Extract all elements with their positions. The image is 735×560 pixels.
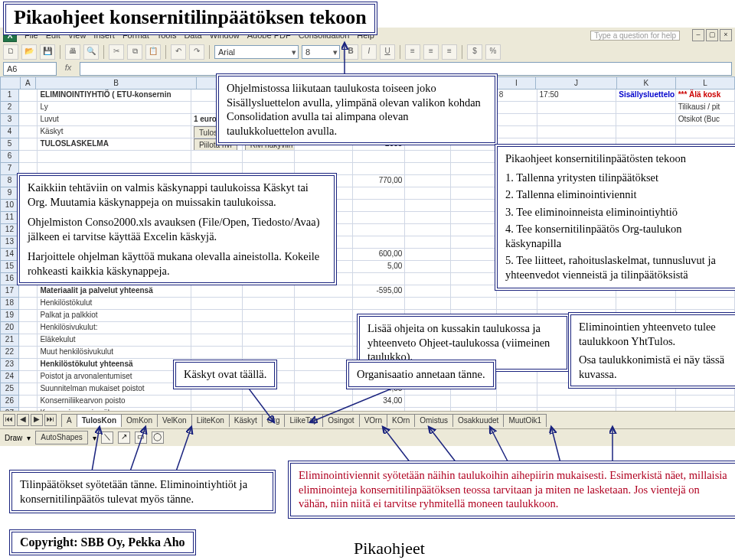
cell[interactable]: Henkilöstökulut [38,298,191,310]
cell[interactable] [19,347,38,359]
cell[interactable] [19,322,38,334]
fx-icon[interactable]: fx [61,63,75,75]
sheet-tab-a[interactable]: A [61,414,77,427]
cell[interactable] [295,285,353,298]
cell[interactable] [191,151,243,163]
col-header-L[interactable]: L [676,77,735,90]
cell[interactable]: Palkat ja palkkiot [38,310,191,322]
cell[interactable] [353,236,406,249]
cell[interactable] [19,114,38,126]
font-size-combo[interactable]: 8 [302,45,340,59]
cell[interactable]: -595,00 [353,285,406,298]
sheet-tab-omkon[interactable]: OmKon [121,414,158,427]
toolbar-copy-icon[interactable]: ⧉ [127,44,142,60]
toolbar-preview-icon[interactable]: 🔍 [83,44,99,60]
row-header[interactable]: 2 [0,102,19,114]
cell[interactable] [353,163,406,175]
tab-nav-prev-icon[interactable]: ◀ [17,414,29,426]
cell[interactable] [295,310,353,322]
cell[interactable] [191,347,243,359]
cell[interactable] [497,102,537,114]
cell[interactable]: Muut henkilösivukulut [38,347,191,359]
cell[interactable] [19,383,38,396]
cell[interactable] [353,151,406,163]
cell[interactable] [38,151,191,163]
draw-rect-icon[interactable]: ▭ [135,431,147,444]
toolbar-cut-icon[interactable]: ✂ [109,44,124,60]
cell[interactable] [295,334,353,347]
cell[interactable] [19,126,38,138]
cell[interactable] [405,236,451,249]
cell[interactable] [405,298,451,310]
sheet-tab-muutoik1[interactable]: MuutOik1 [503,414,547,427]
sheet-tab-vorn[interactable]: VOrn [359,414,387,427]
sheet-tab-korn[interactable]: KOrn [387,414,415,427]
cell[interactable] [353,273,406,285]
cell[interactable] [497,396,537,408]
cell[interactable] [497,371,537,383]
row-header[interactable]: 4 [0,126,19,138]
cell[interactable] [537,298,617,310]
draw-arrow-icon[interactable]: ↗ [118,431,130,444]
cell[interactable] [19,90,38,102]
toolbar-currency-icon[interactable]: $ [467,44,482,60]
sheet-tab-käskyt[interactable]: Käskyt [229,414,263,427]
cell[interactable] [191,334,243,347]
cell[interactable] [191,298,243,310]
cell[interactable]: Tilikausi / pit [676,102,735,114]
col-header-J[interactable]: J [536,77,617,90]
toolbar-print-icon[interactable]: 🖶 [65,44,80,60]
cell[interactable] [19,334,38,347]
cell[interactable] [19,298,38,310]
help-search-input[interactable]: Type a question for help [590,31,680,41]
cell[interactable]: Käskyt [38,126,191,138]
cell[interactable] [405,187,451,200]
cell[interactable] [243,347,296,359]
cell[interactable] [405,285,451,298]
cell[interactable] [19,359,38,371]
cell[interactable] [676,298,735,310]
draw-oval-icon[interactable]: ◯ [152,431,164,444]
row-header[interactable]: 25 [0,383,19,396]
cell[interactable] [353,212,406,224]
row-header[interactable]: 5 [0,138,19,151]
cell[interactable] [19,285,38,298]
cell[interactable] [616,396,675,408]
toolbar-new-icon[interactable]: 🗋 [3,44,18,60]
cell[interactable] [243,310,296,322]
cell[interactable] [243,298,296,310]
cell[interactable] [405,249,451,261]
row-header[interactable]: 20 [0,322,19,334]
row-header[interactable]: 22 [0,347,19,359]
cell[interactable] [451,175,497,187]
cell[interactable]: Henkilösivukulut: [38,322,191,334]
sheet-tab-tuloskon[interactable]: TulosKon [77,414,122,427]
cell[interactable]: Konserniliikearvon poisto [38,396,191,408]
cell[interactable] [191,285,243,298]
cell[interactable]: Luvut [38,114,191,126]
row-header[interactable]: 21 [0,334,19,347]
cell[interactable]: Otsikot (Buc [676,114,735,126]
cell[interactable] [451,224,497,236]
cell[interactable] [451,163,497,175]
cell[interactable]: TULOSLASKELMA [38,138,191,151]
sheet-tab-osakkuudet[interactable]: Osakkuudet [452,414,504,427]
cell[interactable] [405,212,451,224]
cell[interactable] [497,114,537,126]
cell[interactable] [676,126,735,138]
cell[interactable] [405,151,451,163]
cell[interactable] [405,261,451,273]
cell[interactable] [191,396,243,408]
col-header-K[interactable]: K [617,77,676,90]
win-close-icon[interactable]: × [720,29,732,41]
col-header-I[interactable]: I [498,77,536,90]
sheet-tab-org[interactable]: Org [262,414,286,427]
cell[interactable] [353,298,406,310]
tab-nav-last-icon[interactable]: ⏭ [44,414,57,426]
name-box[interactable]: A6 [3,62,57,76]
cell[interactable] [295,347,353,359]
col-header-A[interactable]: A [21,77,36,90]
cell[interactable] [451,187,497,200]
row-header[interactable]: 1 [0,90,19,102]
row-header[interactable]: 24 [0,371,19,383]
